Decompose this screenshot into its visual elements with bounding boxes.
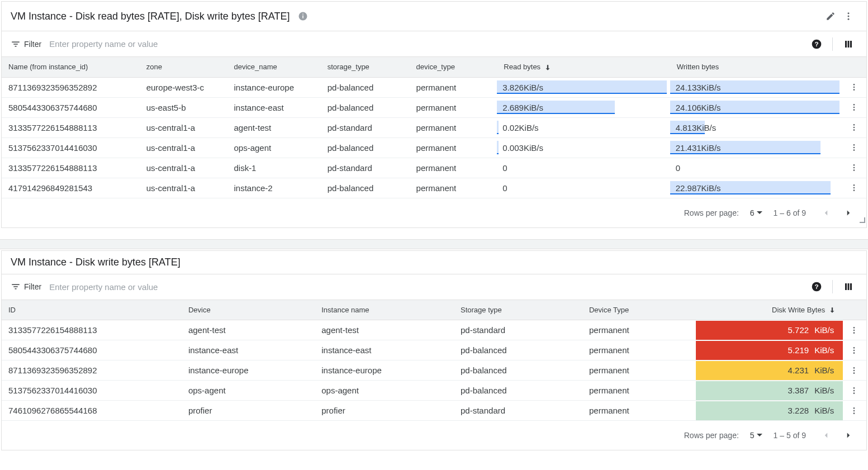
cell: 3133577226154888113 bbox=[2, 117, 140, 137]
svg-point-22 bbox=[853, 149, 855, 151]
row-menu-button[interactable] bbox=[843, 401, 866, 421]
columns-icon[interactable] bbox=[839, 278, 857, 296]
cell: agent-test bbox=[182, 320, 315, 340]
rows-per-page-select[interactable]: 6 bbox=[750, 208, 762, 217]
filter-input[interactable] bbox=[49, 278, 808, 296]
written-bytes-cell: 22.987KiB/s bbox=[670, 178, 843, 198]
col-header[interactable]: Name (from instance_id) bbox=[2, 57, 140, 77]
filter-bar: Filter ? bbox=[2, 274, 866, 300]
pager: Rows per page: 5 1 – 5 of 9 bbox=[2, 421, 866, 450]
col-header[interactable]: device_name bbox=[227, 57, 320, 77]
cell: us-east5-b bbox=[140, 97, 227, 117]
svg-point-5 bbox=[848, 18, 850, 20]
help-icon[interactable]: ? bbox=[808, 35, 826, 53]
rows-per-page-select[interactable]: 5 bbox=[750, 431, 762, 440]
cell: pd-balanced bbox=[454, 360, 582, 381]
row-menu-button[interactable] bbox=[843, 158, 866, 178]
written-bytes-cell: 4.813KiB/s bbox=[670, 117, 843, 137]
row-menu-button[interactable] bbox=[843, 137, 866, 158]
columns-icon[interactable] bbox=[839, 35, 857, 53]
read-bytes-cell: 0.02KiB/s bbox=[497, 117, 670, 137]
svg-point-27 bbox=[853, 187, 855, 189]
row-menu-button[interactable] bbox=[843, 340, 866, 360]
cell: 5805443306375744680 bbox=[2, 340, 182, 360]
svg-point-28 bbox=[853, 189, 855, 191]
col-header[interactable]: Disk Write Bytes bbox=[696, 300, 843, 320]
col-header[interactable]: Written bytes bbox=[670, 57, 843, 77]
svg-point-45 bbox=[853, 392, 855, 394]
cell: permanent bbox=[582, 381, 696, 401]
col-header[interactable]: ID bbox=[2, 300, 182, 320]
svg-text:?: ? bbox=[814, 40, 818, 48]
table-row: 417914296849281543us-central1-ainstance-… bbox=[2, 178, 866, 198]
cell: us-central1-a bbox=[140, 137, 227, 158]
svg-point-41 bbox=[853, 369, 855, 371]
table-row: 8711369323596352892europe-west3-cinstanc… bbox=[2, 77, 866, 97]
row-menu-button[interactable] bbox=[843, 320, 866, 340]
svg-point-24 bbox=[853, 167, 855, 169]
edit-icon[interactable] bbox=[822, 7, 839, 25]
written-bytes-cell: 0 bbox=[670, 158, 843, 178]
rows-per-page-value: 6 bbox=[750, 208, 755, 217]
row-menu-button[interactable] bbox=[843, 117, 866, 137]
svg-point-21 bbox=[853, 147, 855, 149]
svg-point-4 bbox=[848, 16, 850, 17]
svg-rect-33 bbox=[850, 283, 852, 290]
row-menu-button[interactable] bbox=[843, 360, 866, 381]
row-menu-button[interactable] bbox=[843, 97, 866, 117]
resize-handle-icon[interactable] bbox=[860, 217, 865, 223]
filter-input[interactable] bbox=[49, 35, 808, 53]
svg-point-25 bbox=[853, 169, 855, 171]
svg-point-13 bbox=[853, 89, 855, 91]
col-header[interactable]: zone bbox=[140, 57, 227, 77]
svg-point-42 bbox=[853, 372, 855, 374]
col-header[interactable]: Device Type bbox=[582, 300, 696, 320]
svg-rect-32 bbox=[848, 283, 850, 290]
svg-text:?: ? bbox=[814, 283, 818, 290]
col-header[interactable]: device_type bbox=[410, 57, 497, 77]
svg-point-48 bbox=[853, 412, 855, 414]
row-menu-button[interactable] bbox=[843, 77, 866, 97]
svg-rect-1 bbox=[303, 16, 304, 18]
cell: pd-standard bbox=[454, 401, 582, 421]
col-header[interactable]: Read bytes bbox=[497, 57, 670, 77]
col-header[interactable]: Device bbox=[182, 300, 315, 320]
filter-bar: Filter ? bbox=[2, 31, 866, 57]
svg-point-26 bbox=[853, 184, 855, 186]
cell: permanent bbox=[410, 117, 497, 137]
info-icon[interactable] bbox=[294, 7, 312, 25]
cell: ops-agent bbox=[182, 381, 315, 401]
col-header[interactable]: Storage type bbox=[454, 300, 582, 320]
next-page-button[interactable] bbox=[839, 426, 857, 444]
read-bytes-cell: 2.689KiB/s bbox=[497, 97, 670, 117]
prev-page-button[interactable] bbox=[817, 204, 835, 222]
cell: pd-balanced bbox=[321, 137, 410, 158]
cell: ops-agent bbox=[315, 381, 454, 401]
filter-label-text: Filter bbox=[24, 40, 41, 49]
cell: us-central1-a bbox=[140, 178, 227, 198]
col-header[interactable]: storage_type bbox=[321, 57, 410, 77]
svg-rect-10 bbox=[850, 41, 852, 48]
cell: 8711369323596352892 bbox=[2, 360, 182, 381]
svg-point-47 bbox=[853, 410, 855, 411]
cell: instance-europe bbox=[227, 77, 320, 97]
table-row: 3133577226154888113us-central1-adisk-1pd… bbox=[2, 158, 866, 178]
table-row: 5805443306375744680us-east5-binstance-ea… bbox=[2, 97, 866, 117]
cell: 5805443306375744680 bbox=[2, 97, 140, 117]
col-header[interactable]: Instance name bbox=[315, 300, 454, 320]
row-menu-button[interactable] bbox=[843, 381, 866, 401]
next-page-button[interactable] bbox=[839, 204, 857, 222]
cell: permanent bbox=[410, 178, 497, 198]
help-icon[interactable]: ? bbox=[808, 278, 826, 296]
read-bytes-cell: 0.003KiB/s bbox=[497, 137, 670, 158]
panel-disk-read-write: VM Instance - Disk read bytes [RATE], Di… bbox=[1, 1, 867, 228]
svg-point-12 bbox=[853, 87, 855, 88]
svg-point-38 bbox=[853, 349, 855, 351]
panel-header: VM Instance - Disk write bytes [RATE] bbox=[2, 251, 866, 274]
row-menu-button[interactable] bbox=[843, 178, 866, 198]
read-bytes-cell: 0 bbox=[497, 158, 670, 178]
cell: profier bbox=[182, 401, 315, 421]
prev-page-button[interactable] bbox=[817, 426, 835, 444]
more-vert-icon[interactable] bbox=[839, 7, 857, 25]
svg-point-46 bbox=[853, 407, 855, 409]
